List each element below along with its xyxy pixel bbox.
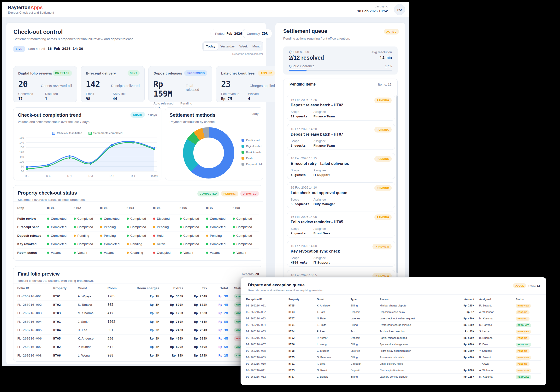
trend-chart-svg: 1501401301201101009080D-6D-5D-4D-3D-2D-1… (17, 136, 158, 179)
pending-item[interactable]: 16 Feb 2026 14:05Folio review reminder -… (287, 211, 395, 238)
clearance-progress-track (289, 70, 392, 71)
folio-row[interactable]: FL-260216-001HT01A. Wijaya1205Rp 2MRp 38… (17, 292, 259, 300)
donut-legend-label: Cash (246, 157, 252, 160)
dispute-row[interactable]: DS-260216-005HT04R. LeeTaxTax invoice co… (246, 328, 541, 335)
rows-count: Rows: 12 (528, 284, 540, 287)
pending-item[interactable]: 16 Feb 2026 14:20Deposit release batch -… (287, 124, 395, 150)
kpi-stat: Confirmed17 (18, 92, 45, 101)
dispute-row[interactable]: DS-260216-007HT06L. WongBillingSpa servi… (246, 341, 541, 347)
folio-row[interactable]: FL-260216-006HT05K. Andersen220Rp 3MRp 4… (17, 334, 259, 343)
scrollbar-thumb[interactable] (396, 96, 398, 273)
divider (13, 283, 263, 283)
property-status-row[interactable]: Folio reviewCompletedCompletedCompletedC… (17, 214, 259, 223)
status-dot-icon (180, 218, 182, 220)
folio-room-charges: Rp 4M (130, 320, 159, 324)
dispute-row[interactable]: DS-260216-008HT08C. MuellerLate feeFligh… (246, 347, 541, 354)
folio-guest: P. Kumar (78, 345, 108, 349)
exception-id: DS-260216-011 (246, 369, 289, 372)
dispute-status-badge: RESOLVED (516, 323, 531, 327)
status-cell: Pending (74, 234, 100, 238)
folio-row[interactable]: FL-260216-004HT01J. Smith1502Rp 4MRp 780… (17, 317, 259, 326)
folio-guest: L. Wong (78, 354, 108, 357)
property-status-row[interactable]: Room statusVacantVacantVacantCleaningOcc… (17, 248, 259, 257)
folio-row[interactable]: FL-260216-007HT02P. Kumar612Rp 4MRp 890K… (17, 343, 259, 351)
dispute-assigned: A. Wulandari (474, 311, 516, 313)
property-status-row[interactable]: E-receipt sentCompletedCompletedPendingC… (17, 223, 259, 231)
tabs-caption: Reporting period selector (202, 52, 263, 55)
status-text: Completed (51, 217, 66, 220)
status-dot-icon (153, 243, 155, 245)
pending-item[interactable]: 16 Feb 2026 14:15E-receipt retry - faile… (287, 153, 395, 179)
status-cell: Completed (233, 217, 259, 220)
svg-text:130: 130 (20, 146, 24, 149)
status-dot-icon (180, 235, 182, 237)
status-dot-icon (233, 218, 235, 220)
kpi-mid: 142Receipts delivered (86, 79, 140, 89)
exception-id: DS-260216-010 (246, 362, 289, 365)
dispute-assigned: D. Hartono (474, 324, 516, 326)
legend-label: Settlements completed (93, 132, 122, 135)
item-timestamp: 16 Feb 2026 13:55 (291, 273, 317, 277)
dispute-row[interactable]: DS-260216-003HT07N. PatelLate feeLate ch… (246, 315, 541, 322)
user-avatar[interactable]: FO (394, 4, 405, 15)
folio-guest: R. Lee (78, 328, 108, 332)
folio-extras: Rp 450K (159, 337, 183, 340)
dispute-amount: Rp 500K (452, 336, 474, 339)
folio-room: 412 (108, 311, 130, 315)
dispute-property: HT04 (289, 330, 317, 333)
status-dot-icon (74, 243, 76, 245)
dispute-row[interactable]: DS-260216-001HT05K. AndersenBillingMinib… (246, 302, 541, 309)
property-status-row[interactable]: Deposit releaseCompletedPendingPendingCo… (17, 231, 259, 240)
item-timestamp: 16 Feb 2026 14:25 (291, 98, 317, 102)
exception-id: DS-260216-012 (246, 375, 289, 378)
tab-month[interactable]: Month (250, 42, 264, 50)
tab-week[interactable]: Week (237, 42, 250, 50)
folio-row[interactable]: FL-260216-005HT04R. Lee301Rp 2MRp 240KRp… (17, 326, 259, 334)
status-cell: Pending (153, 225, 180, 229)
dispute-row[interactable]: DS-260216-002HT03T. SatoDepositDeposit r… (246, 309, 541, 315)
kpi-value: Rp 159M (153, 79, 186, 98)
dispute-status-badge: IN REVIEW (516, 356, 531, 360)
queue-status-card: Queue status 2/12 resolved Avg resolutio… (283, 47, 398, 75)
pending-item[interactable]: 16 Feb 2026 14:10Late check-out approval… (287, 182, 395, 208)
kpi-stat-value: 17 (18, 97, 45, 101)
status-cell: Completed (74, 242, 100, 246)
pending-item[interactable]: 16 Feb 2026 14:00Key revocation sync che… (287, 241, 395, 267)
pending-items-list: 16 Feb 2026 14:25Deposit release batch -… (287, 95, 395, 299)
kpi-stat: Email98 (86, 92, 113, 101)
status-dot-icon (74, 235, 76, 237)
tab-today[interactable]: Today (203, 42, 218, 50)
dispute-row[interactable]: DS-260216-009HT05O. PetersenBillingRoom … (246, 354, 541, 360)
dispute-row[interactable]: DS-260216-011HT03G. RossiDepositCard exp… (246, 367, 541, 373)
kpi-label: Late check-out fees (221, 71, 255, 75)
property-status-row[interactable]: Key revokedCompletedCompletedCompletedPe… (17, 240, 259, 249)
status-text: Completed (130, 217, 146, 220)
property-column-header: HT07 (206, 206, 233, 210)
status-text: Pending (104, 234, 116, 238)
status-cell: Vacant (47, 251, 74, 254)
kpi-card: Late check-out feesAPPLIED23Charges appl… (216, 66, 280, 102)
tab-yesterday[interactable]: Yesterday (218, 42, 237, 50)
kpi-stat-value: Rp 7M (221, 97, 248, 101)
period-selector[interactable]: Period Feb 2026 (210, 29, 247, 38)
dispute-row[interactable]: DS-260216-012HT07E. DuboisBillingLaundry… (246, 373, 541, 380)
divider (275, 41, 405, 41)
pending-item[interactable]: 16 Feb 2026 14:25Deposit release batch -… (287, 95, 395, 121)
dispute-row[interactable]: DS-260216-006HT02P. KumarDepositPartial … (246, 335, 541, 341)
dispute-row[interactable]: DS-260216-010HT01F. SilvaE-receiptEmail … (246, 360, 541, 367)
status-text: Occupied (157, 251, 170, 254)
folio-column-header: Extras (159, 286, 183, 290)
legend-item: Settlements completed (89, 132, 122, 135)
folio-row[interactable]: FL-260216-003HT03M. Sharma412Rp 2MRp 125… (17, 309, 259, 317)
last-sync: Last sync 18 Feb 2026 10:52 (357, 5, 388, 13)
status-dot-icon (100, 235, 102, 237)
donut-legend: Credit cardDigital walletBank transferCa… (241, 139, 262, 169)
status-text: Completed (78, 225, 93, 229)
exception-id: DS-260216-003 (246, 317, 289, 320)
folio-row[interactable]: FL-260216-008HT06L. Wong908Rp 2MRp 95KRp… (17, 351, 259, 359)
dispute-row[interactable]: DS-260216-004HT01J. SmithBillingRestaura… (246, 322, 541, 328)
currency-selector[interactable]: Currency IDR (242, 29, 272, 38)
folio-row[interactable]: FL-260216-002HT02S. Tanaka805Rp 3MRp 520… (17, 300, 259, 309)
donut-swatch-icon (241, 139, 244, 142)
dispute-status-badge: PENDING (516, 362, 530, 366)
